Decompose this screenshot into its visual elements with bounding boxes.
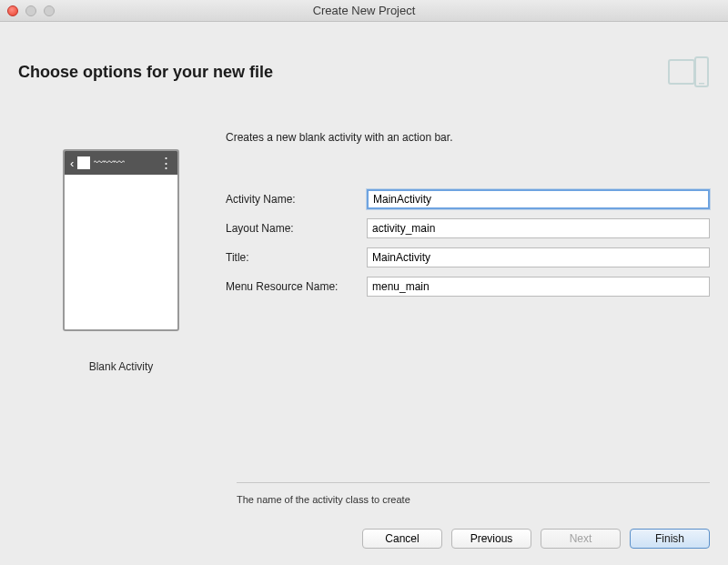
form-column: Creates a new blank activity with an act… [226, 113, 710, 473]
hint-text: The name of the activity class to create [237, 494, 710, 505]
preview-action-bar: ‹ 〰〰〰 ⋮ [65, 151, 177, 175]
next-button: Next [541, 529, 621, 549]
button-row: Cancel Previous Next Finish [0, 529, 728, 565]
page-title: Choose options for your new file [18, 63, 273, 82]
footer-area: The name of the activity class to create [0, 482, 728, 529]
field-menu-resource-row: Menu Resource Name: [226, 277, 710, 297]
hint-area: The name of the activity class to create [237, 482, 710, 529]
activity-label: Blank Activity [89, 360, 154, 373]
title-label: Title: [226, 251, 367, 264]
form-description: Creates a new blank activity with an act… [226, 131, 710, 144]
menu-resource-label: Menu Resource Name: [226, 280, 367, 293]
field-activity-name-row: Activity Name: [226, 189, 710, 209]
traffic-lights [7, 5, 55, 16]
minimize-icon [25, 5, 36, 16]
previous-button[interactable]: Previous [451, 529, 531, 549]
dialog-window: Create New Project Choose options for yo… [0, 0, 728, 565]
close-icon[interactable] [7, 5, 18, 16]
window-title: Create New Project [0, 4, 728, 17]
field-layout-name-row: Layout Name: [226, 218, 710, 238]
title-bar: Create New Project [0, 0, 728, 22]
title-input[interactable] [367, 247, 710, 267]
svg-rect-1 [695, 57, 708, 86]
activity-preview: ‹ 〰〰〰 ⋮ [63, 149, 179, 331]
header-area: Choose options for your new file [0, 22, 728, 104]
app-icon [77, 156, 90, 169]
field-title-row: Title: [226, 247, 710, 267]
title-placeholder-icon: 〰〰〰 [94, 156, 156, 169]
overflow-icon: ⋮ [159, 160, 172, 166]
svg-rect-2 [699, 83, 704, 85]
preview-column: ‹ 〰〰〰 ⋮ Blank Activity [53, 113, 189, 473]
cancel-button[interactable]: Cancel [362, 529, 442, 549]
content-area: ‹ 〰〰〰 ⋮ Blank Activity Creates a new bla… [0, 104, 728, 482]
back-icon: ‹ [70, 156, 74, 170]
menu-resource-input[interactable] [367, 277, 710, 297]
layout-name-input[interactable] [367, 218, 710, 238]
svg-rect-0 [669, 60, 694, 84]
activity-name-label: Activity Name: [226, 193, 367, 206]
device-preview-icon [668, 56, 710, 87]
layout-name-label: Layout Name: [226, 222, 367, 235]
zoom-icon [44, 5, 55, 16]
finish-button[interactable]: Finish [630, 529, 710, 549]
activity-name-input[interactable] [367, 189, 710, 209]
